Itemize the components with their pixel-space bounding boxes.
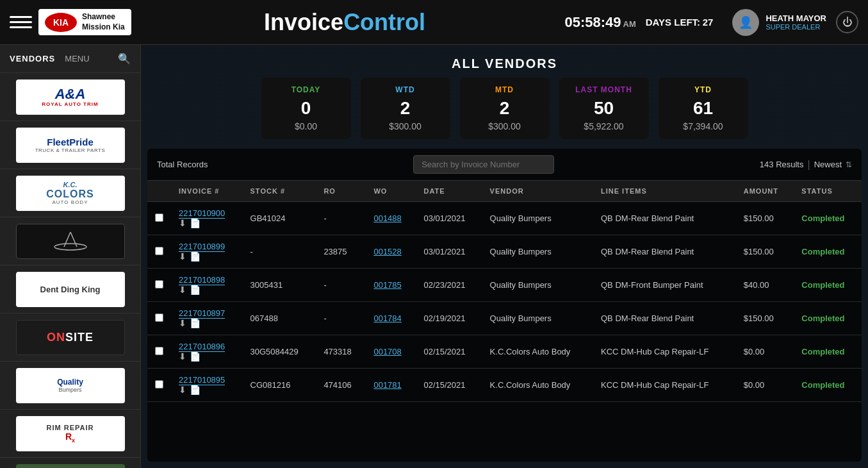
clock-area: 05:58:49AM DAYS LEFT: 27 (564, 14, 713, 31)
content-bg: ALL VENDORS TODAY 0 $0.00 WTD 2 $300.00 … (141, 45, 868, 468)
status-badge: Completed (801, 247, 844, 256)
row-checkbox-cell (147, 235, 171, 269)
sidebar-item-fleetpride[interactable]: FleetPride TRUCK & TRAILER PARTS (0, 121, 140, 169)
sidebar-item-onsite[interactable]: ONSITE (0, 313, 140, 362)
document-icon[interactable]: 📄 (190, 385, 201, 395)
clock-time: 05:58:49AM (564, 14, 635, 31)
download-icon[interactable]: ⬇ (179, 285, 186, 295)
stat-lastmonth: LAST MONTH 50 $5,922.00 (559, 78, 649, 139)
document-icon[interactable]: 📄 (190, 251, 201, 262)
row-amount: $40.00 (736, 269, 794, 302)
svg-point-0 (54, 244, 86, 250)
stat-ytd-amount: $7,394.00 (671, 121, 735, 131)
document-icon[interactable]: 📄 (190, 318, 201, 328)
row-checkbox[interactable] (155, 347, 163, 355)
sidebar-item-rim[interactable]: RIM REPAIR Rx (0, 410, 140, 458)
invoice-link[interactable]: 2217010899 (179, 242, 225, 252)
row-stock: - (243, 235, 316, 269)
document-icon[interactable]: 📄 (190, 351, 201, 362)
row-vendor: Quality Bumpers (482, 202, 593, 235)
wo-link[interactable]: 001785 (373, 280, 401, 290)
row-stock: 3005431 (243, 269, 316, 302)
col-ro: RO (316, 181, 366, 202)
stat-lastmonth-amount: $5,922.00 (572, 121, 636, 131)
stat-mtd-value: 2 (473, 98, 537, 119)
row-wo: 001785 (366, 269, 416, 302)
download-icon[interactable]: ⬇ (179, 385, 186, 395)
document-icon[interactable]: 📄 (190, 218, 201, 228)
app-title: InvoiceControl (144, 9, 546, 36)
status-badge: Completed (801, 313, 844, 323)
stat-mtd-label: MTD (473, 85, 537, 94)
row-checkbox[interactable] (155, 380, 163, 389)
table-row: 2217010897 ⬇ 📄 067488 - 001784 02/19/202… (147, 302, 862, 335)
vendor-logo-aa: A&A ROYAL AUTO TRIM (16, 79, 125, 115)
sidebar-item-aa[interactable]: A&A ROYAL AUTO TRIM (0, 73, 140, 121)
sidebar-search-icon[interactable]: 🔍 (118, 53, 131, 65)
col-invoice: INVOICE # (171, 181, 243, 202)
row-lineitems: QB DM-Rear Blend Paint (593, 202, 736, 235)
row-status: Completed (794, 202, 862, 235)
stat-wtd-amount: $300.00 (373, 121, 438, 131)
vendor-logo-quality: Quality Bumpers (16, 368, 125, 403)
wo-link[interactable]: 001781 (373, 380, 401, 390)
row-status: Completed (794, 235, 862, 269)
sidebar-item-dent[interactable]: Dent Ding King (0, 265, 140, 313)
row-invoice: 2217010897 ⬇ 📄 (171, 302, 243, 335)
row-status: Completed (794, 369, 862, 402)
download-icon[interactable]: ⬇ (179, 318, 186, 328)
days-left: DAYS LEFT: 27 (646, 17, 714, 28)
download-icon[interactable]: ⬇ (179, 218, 186, 228)
sort-icon[interactable]: ⇅ (846, 160, 852, 169)
invoice-link[interactable]: 2217010900 (179, 208, 225, 219)
col-vendor: Vendor (482, 181, 593, 202)
row-amount: $150.00 (736, 202, 794, 235)
row-checkbox[interactable] (155, 313, 163, 322)
main-layout: VENDORS MENU 🔍 A&A ROYAL AUTO TRIM (0, 45, 868, 468)
stat-lastmonth-label: LAST MONTH (572, 85, 636, 94)
vendor-logo-onsite: ONSITE (16, 320, 125, 355)
invoice-link[interactable]: 2217010898 (179, 275, 225, 285)
wo-link[interactable]: 001708 (373, 347, 401, 356)
row-checkbox[interactable] (155, 247, 163, 255)
app-title-invoice: Invoice (264, 9, 343, 35)
col-amount: Amount (736, 181, 794, 202)
row-checkbox[interactable] (155, 213, 163, 222)
row-ro: 23875 (316, 235, 366, 269)
sidebar-item-infiniti[interactable] (0, 217, 140, 265)
wo-link[interactable]: 001488 (373, 213, 401, 223)
sidebar-menu-label[interactable]: MENU (65, 54, 89, 63)
stat-ytd-label: YTD (671, 85, 735, 94)
download-icon[interactable]: ⬇ (179, 251, 186, 262)
document-icon[interactable]: 📄 (190, 285, 201, 295)
table-row: 2217010898 ⬇ 📄 3005431 - 001785 02/23/20… (147, 269, 862, 302)
wo-link[interactable]: 001528 (373, 247, 401, 256)
row-wo: 001528 (366, 235, 416, 269)
vendor-logo-dent: Dent Ding King (16, 272, 125, 307)
invoice-link[interactable]: 2217010897 (179, 308, 225, 319)
row-lineitems: QB DM-Rear Blend Paint (593, 302, 736, 335)
row-ro: - (316, 202, 366, 235)
vendor-logo-motivate: "Believe you can and you're halfway ther… (16, 464, 125, 469)
table-row: 2217010896 ⬇ 📄 30G5084429 473318 001708 … (147, 335, 862, 369)
search-input[interactable] (413, 155, 554, 174)
row-wo: 001784 (366, 302, 416, 335)
download-icon[interactable]: ⬇ (179, 351, 186, 362)
sidebar-item-kc[interactable]: K.C. COLORS AUTO BODY (0, 169, 140, 217)
sidebar-item-quality[interactable]: Quality Bumpers (0, 362, 140, 410)
total-records-label: Total Records (157, 160, 208, 169)
page-title: ALL VENDORS (141, 45, 868, 78)
sidebar-item-motivate[interactable]: "Believe you can and you're halfway ther… (0, 458, 140, 468)
row-vendor: K.C.Colors Auto Body (482, 369, 593, 402)
wo-link[interactable]: 001784 (373, 313, 401, 323)
row-date: 03/01/2021 (416, 235, 482, 269)
app-title-control: Control (343, 9, 425, 35)
results-count: 143 Results (760, 160, 804, 169)
invoice-link[interactable]: 2217010896 (179, 342, 225, 352)
invoice-link[interactable]: 2217010895 (179, 375, 225, 385)
table-row: 2217010899 ⬇ 📄 - 23875 001528 03/01/2021… (147, 235, 862, 269)
power-button[interactable]: ⏻ (836, 11, 858, 33)
status-badge: Completed (801, 213, 844, 223)
hamburger-menu[interactable] (10, 11, 32, 33)
row-checkbox[interactable] (155, 280, 163, 288)
